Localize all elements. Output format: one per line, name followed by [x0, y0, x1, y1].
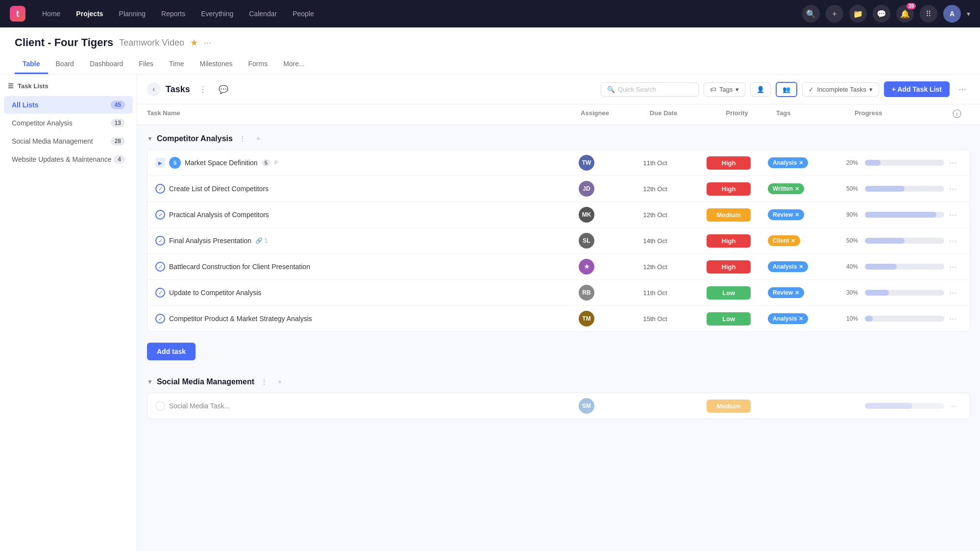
due-date-cell: 15th Oct [621, 315, 689, 323]
tag-remove[interactable]: ✕ [795, 290, 799, 296]
nav-everything[interactable]: Everything [194, 6, 240, 22]
search-icon-btn[interactable]: 🔍 [802, 5, 820, 23]
tag-badge[interactable]: Analysis ✕ [768, 157, 808, 168]
assignee-cell: TM [552, 311, 621, 326]
sidebar-item-all-lists[interactable]: All Lists 45 [4, 96, 133, 114]
project-menu-btn[interactable]: ··· [204, 38, 211, 48]
project-title: Client - Four Tigers [15, 36, 113, 49]
progress-bar-bg [865, 316, 944, 322]
tab-time[interactable]: Time [161, 55, 192, 74]
star-icon[interactable]: ★ [190, 37, 198, 48]
nav-home[interactable]: Home [35, 6, 67, 22]
tag-remove[interactable]: ✕ [791, 238, 795, 244]
tag-badge[interactable]: Written ✕ [768, 183, 804, 194]
tag-badge[interactable]: Analysis ✕ [768, 261, 808, 272]
tag-badge[interactable]: Analysis ✕ [768, 313, 808, 324]
avatar-chevron[interactable]: ▾ [967, 10, 970, 18]
tag-remove[interactable]: ✕ [799, 264, 803, 270]
nav-projects[interactable]: Projects [69, 6, 110, 22]
tag-badge[interactable]: Review ✕ [768, 209, 804, 220]
quick-search-box[interactable]: 🔍 Quick Search [601, 82, 699, 97]
tab-board[interactable]: Board [48, 55, 82, 74]
task-check[interactable] [155, 401, 165, 411]
incomplete-tasks-filter[interactable]: ✓ Incomplete Tasks ▾ [802, 82, 879, 97]
sidebar-item-competitor[interactable]: Competitor Analysis 13 [4, 114, 133, 132]
nav-people[interactable]: People [286, 6, 321, 22]
logo[interactable]: t [10, 6, 25, 22]
sidebar-item-social[interactable]: Social Media Management 28 [4, 132, 133, 150]
chat-icon-btn[interactable]: 💬 [873, 5, 890, 23]
table-row: ✓ Final Analysis Presentation 🔗 1 SL 14t… [147, 228, 970, 254]
tags-filter-btn[interactable]: 🏷 Tags ▾ [704, 82, 745, 97]
social-media-section: ▼ Social Media Management ⋮ ＋ Social Med… [137, 368, 980, 433]
tab-forms[interactable]: Forms [240, 55, 275, 74]
section-header-competitor[interactable]: ▼ Competitor Analysis ⋮ ＋ [147, 133, 970, 145]
tag-remove[interactable]: ✕ [799, 316, 803, 322]
progress-bar-bg [865, 160, 944, 166]
row-menu-btn[interactable]: ⋯ [944, 158, 962, 168]
user-avatar[interactable]: A [943, 5, 961, 23]
task-name: Market Space Definition [185, 159, 258, 167]
page-header: Client - Four Tigers Teamwork Video ★ ··… [0, 27, 980, 75]
tab-milestones[interactable]: Milestones [192, 55, 241, 74]
add-tasklist-button[interactable]: + Add Task List [884, 81, 950, 97]
table-row: ✓ Create List of Direct Competitors JD 1… [147, 176, 970, 202]
assignee-filter-btn[interactable]: 👤 [750, 82, 771, 97]
add-icon-btn[interactable]: ＋ [826, 5, 843, 23]
row-menu-btn[interactable]: ⋯ [944, 401, 962, 411]
tab-dashboard[interactable]: Dashboard [82, 55, 131, 74]
nav-reports[interactable]: Reports [154, 6, 192, 22]
points-badge: P [274, 160, 278, 166]
more-options-btn[interactable]: ⋯ [955, 81, 970, 97]
sidebar-collapse-btn[interactable]: ‹ [147, 82, 161, 96]
svg-text:i: i [956, 111, 958, 117]
sidebar-header[interactable]: ☰ Task Lists [0, 82, 137, 96]
section-header-social[interactable]: ▼ Social Media Management ⋮ ＋ [147, 376, 970, 388]
tasks-menu-btn[interactable]: ⋮ [195, 81, 211, 97]
tab-more[interactable]: More... [275, 55, 313, 74]
nav-calendar[interactable]: Calendar [242, 6, 284, 22]
tag-remove[interactable]: ✕ [795, 186, 799, 192]
notifications-btn[interactable]: 🔔 39 [896, 5, 914, 23]
row-menu-btn[interactable]: ⋯ [944, 314, 962, 324]
tab-files[interactable]: Files [131, 55, 161, 74]
search-placeholder: Quick Search [618, 86, 656, 93]
task-name: Final Analysis Presentation [169, 237, 251, 245]
folder-icon-btn[interactable]: 📁 [849, 5, 867, 23]
row-menu-btn[interactable]: ⋯ [944, 236, 962, 246]
row-menu-btn[interactable]: ⋯ [944, 288, 962, 298]
tab-table[interactable]: Table [15, 55, 48, 74]
add-task-button[interactable]: Add task [147, 343, 196, 360]
section-add-btn[interactable]: ＋ [252, 133, 264, 145]
section-options-btn[interactable]: ⋮ [258, 376, 270, 388]
tags-chevron: ▾ [735, 86, 739, 93]
tags-cell: Analysis ✕ [768, 313, 846, 324]
task-check[interactable]: ✓ [155, 288, 165, 298]
section-add-btn[interactable]: ＋ [274, 376, 286, 388]
task-check[interactable]: ✓ [155, 210, 165, 220]
tag-badge[interactable]: Client ✕ [768, 235, 800, 246]
priority-badge: Low [707, 312, 751, 326]
group-filter-btn[interactable]: 👥 [776, 82, 797, 97]
tag-remove[interactable]: ✕ [795, 212, 799, 218]
progress-cell: 10% [846, 315, 944, 322]
task-check[interactable]: ✓ [155, 262, 165, 272]
section-options-btn[interactable]: ⋮ [237, 133, 248, 145]
expand-btn[interactable]: ▶ [155, 158, 165, 168]
progress-cell: 30% [846, 289, 944, 296]
sidebar-item-website[interactable]: Website Updates & Maintenance 4 [4, 150, 133, 168]
task-check[interactable]: ✓ [155, 236, 165, 246]
task-check[interactable]: ✓ [155, 184, 165, 194]
tag-badge[interactable]: Review ✕ [768, 287, 804, 298]
nav-planning[interactable]: Planning [112, 6, 153, 22]
priority-cell: Medium [689, 400, 768, 413]
task-name-cell: ▶ 5 Market Space Definition 5 P [155, 157, 552, 169]
grid-icon-btn[interactable]: ⠿ [920, 5, 937, 23]
task-check[interactable]: ✓ [155, 314, 165, 324]
row-menu-btn[interactable]: ⋯ [944, 210, 962, 220]
comment-icon-btn[interactable]: 💬 [216, 81, 231, 97]
row-menu-btn[interactable]: ⋯ [944, 184, 962, 194]
tag-remove[interactable]: ✕ [799, 160, 803, 166]
tasks-title: Tasks [166, 84, 190, 95]
row-menu-btn[interactable]: ⋯ [944, 262, 962, 272]
